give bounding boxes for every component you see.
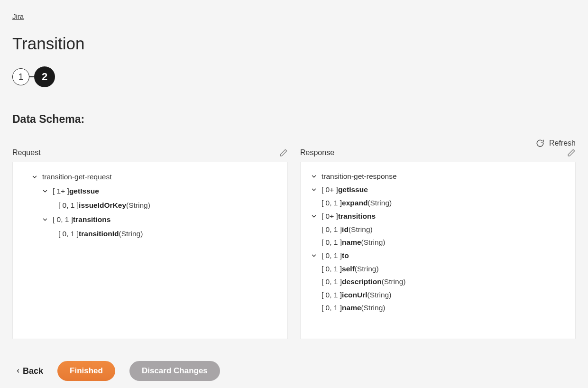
- tree-row[interactable]: [ 0, 1 ] id (String): [310, 223, 566, 236]
- cardinality: [ 1+ ]: [53, 187, 69, 195]
- tree-row[interactable]: [ 0, 1 ] self (String): [310, 262, 566, 276]
- back-label: Back: [23, 366, 43, 376]
- response-schema-panel: transition-get-response [ 0+ ] getIssue[…: [300, 162, 576, 339]
- cardinality: [ 0, 1 ]: [58, 230, 79, 238]
- tree-row[interactable]: [ 0, 1 ] name (String): [310, 301, 566, 314]
- refresh-label: Refresh: [549, 139, 576, 148]
- pencil-icon: [279, 148, 288, 157]
- refresh-icon: [536, 139, 544, 148]
- step-1[interactable]: 1: [12, 68, 29, 85]
- field-name: transitionId: [79, 230, 119, 238]
- cardinality: [ 0, 1 ]: [322, 291, 342, 299]
- step-connector: [29, 76, 34, 77]
- tree-row[interactable]: [ 0, 1 ] iconUrl (String): [310, 288, 566, 302]
- field-name: id: [342, 226, 349, 233]
- cardinality: [ 0+ ]: [322, 186, 338, 194]
- field-type: (String): [349, 226, 373, 233]
- cardinality: [ 0, 1 ]: [322, 239, 342, 246]
- page-title: Transition: [12, 34, 576, 53]
- chevron-down-icon[interactable]: [310, 252, 318, 259]
- cardinality: [ 0, 1 ]: [322, 199, 342, 207]
- chevron-down-icon[interactable]: [41, 216, 49, 223]
- cardinality: [ 0, 1 ]: [322, 265, 342, 273]
- chevron-down-icon[interactable]: [310, 173, 318, 180]
- breadcrumb-jira[interactable]: Jira: [12, 12, 24, 20]
- tree-root-label: transition-get-response: [322, 173, 397, 180]
- field-name: issueIdOrKey: [79, 202, 126, 209]
- field-name: name: [342, 304, 361, 312]
- tree-row[interactable]: [ 0+ ] getIssue: [310, 183, 566, 196]
- field-name: to: [342, 252, 349, 259]
- field-name: name: [342, 239, 361, 246]
- edit-response-button[interactable]: [567, 148, 576, 157]
- field-name: expand: [342, 199, 368, 207]
- cardinality: [ 0, 1 ]: [322, 226, 342, 233]
- field-name: transitions: [73, 216, 110, 223]
- field-type: (String): [361, 239, 386, 246]
- tree-root[interactable]: transition-get-response: [310, 170, 566, 183]
- tree-row[interactable]: [ 0, 1 ] transitions: [22, 212, 278, 227]
- field-name: getIssue: [338, 186, 368, 194]
- tree-row[interactable]: [ 0, 1 ] name (String): [310, 236, 566, 249]
- pencil-icon: [567, 148, 576, 157]
- field-type: (String): [126, 202, 150, 209]
- chevron-down-icon[interactable]: [31, 173, 38, 181]
- field-type: (String): [361, 304, 386, 312]
- cardinality: [ 0, 1 ]: [53, 216, 73, 223]
- discard-button[interactable]: Discard Changes: [129, 361, 220, 381]
- chevron-down-icon[interactable]: [41, 187, 49, 195]
- edit-request-button[interactable]: [279, 148, 288, 157]
- field-type: (String): [355, 265, 379, 273]
- tree-row[interactable]: [ 0, 1 ] issueIdOrKey (String): [22, 198, 278, 212]
- chevron-down-icon[interactable]: [310, 186, 318, 194]
- refresh-button[interactable]: Refresh: [12, 139, 576, 148]
- response-label: Response: [300, 148, 334, 157]
- cardinality: [ 0+ ]: [322, 212, 338, 220]
- field-type: (String): [382, 278, 406, 286]
- field-type: (String): [119, 230, 143, 238]
- field-name: description: [342, 278, 382, 286]
- tree-row[interactable]: [ 0, 1 ] transitionId (String): [22, 227, 278, 241]
- tree-row[interactable]: [ 1+ ] getIssue: [22, 184, 278, 198]
- field-name: transitions: [338, 212, 376, 220]
- step-2[interactable]: 2: [34, 66, 55, 87]
- tree-root-label: transition-get-request: [42, 173, 111, 181]
- back-button[interactable]: Back: [15, 366, 43, 376]
- finished-button[interactable]: Finished: [57, 361, 115, 381]
- cardinality: [ 0, 1 ]: [322, 304, 342, 312]
- field-type: (String): [368, 199, 392, 207]
- chevron-left-icon: [15, 368, 21, 374]
- tree-row[interactable]: [ 0, 1 ] expand (String): [310, 196, 566, 210]
- field-name: iconUrl: [342, 291, 367, 299]
- request-schema-panel: transition-get-request [ 1+ ] getIssue[ …: [12, 162, 288, 339]
- chevron-down-icon[interactable]: [310, 212, 318, 220]
- tree-row[interactable]: [ 0+ ] transitions: [310, 210, 566, 223]
- cardinality: [ 0, 1 ]: [322, 252, 342, 259]
- tree-row[interactable]: [ 0, 1 ] description (String): [310, 275, 566, 288]
- cardinality: [ 0, 1 ]: [58, 202, 79, 209]
- cardinality: [ 0, 1 ]: [322, 278, 342, 286]
- tree-row[interactable]: [ 0, 1 ] to: [310, 249, 566, 262]
- field-name: self: [342, 265, 355, 273]
- stepper: 1 2: [12, 66, 576, 87]
- tree-root[interactable]: transition-get-request: [22, 170, 278, 184]
- section-title: Data Schema:: [12, 113, 576, 126]
- request-label: Request: [12, 148, 41, 157]
- field-type: (String): [368, 291, 392, 299]
- field-name: getIssue: [69, 187, 99, 195]
